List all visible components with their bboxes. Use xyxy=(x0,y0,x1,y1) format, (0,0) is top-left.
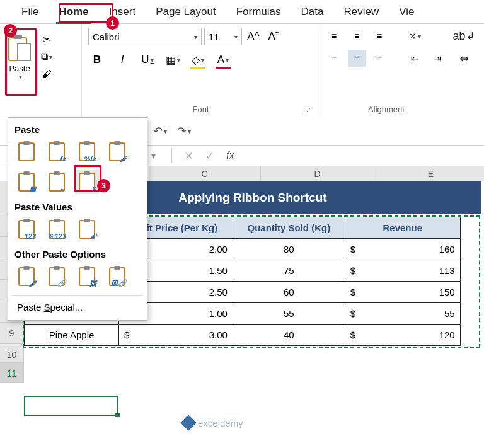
callout-home xyxy=(59,3,113,23)
cell-price[interactable]: 1.00 xyxy=(134,303,233,325)
tab-review[interactable]: Review xyxy=(333,1,389,23)
cell-rev[interactable]: 55 xyxy=(360,303,460,325)
name-box-chevron-icon[interactable]: ▾ xyxy=(151,151,163,161)
badge-1: 1 xyxy=(106,16,119,30)
paste-dropdown: Paste fx %fx 🖌 ▦ ↔ ⤭ Paste Values 123 %1… xyxy=(8,117,147,321)
badge-3: 3 xyxy=(97,179,110,192)
paste-values-numfmt-icon[interactable]: %123 xyxy=(45,217,69,241)
cell-dollar[interactable]: $ xyxy=(119,325,135,346)
paste-values-section-label: Paste Values xyxy=(8,199,147,216)
cell-rev[interactable]: 120 xyxy=(360,325,460,346)
row-header-11[interactable]: 11 xyxy=(0,363,24,383)
font-group: Calibri▾ 11▾ A^ Aˇ B I U▾ ▦▾ ◇▾ A▾ Font◸ xyxy=(82,24,320,117)
other-paste-section-label: Other Paste Options xyxy=(8,246,147,263)
table-row: Pine Apple $3.00 40 $120 xyxy=(25,325,461,346)
increase-indent-icon[interactable]: ⇥ xyxy=(429,50,446,67)
cell-rev[interactable]: 150 xyxy=(360,282,460,303)
cell-dollar[interactable]: $ xyxy=(345,325,360,346)
orientation-icon[interactable]: ⤭▾ xyxy=(406,28,424,44)
col-header-e[interactable]: E xyxy=(374,166,484,181)
paste-link-icon[interactable]: 🔗 xyxy=(45,265,69,289)
merge-center-icon[interactable]: ⇔ xyxy=(455,50,473,67)
paste-formulas-numfmt-icon[interactable]: %fx xyxy=(75,140,99,164)
col-header-c[interactable]: C xyxy=(149,166,261,181)
paste-values-icon[interactable]: 123 xyxy=(14,217,38,241)
underline-button[interactable]: U▾ xyxy=(139,52,156,68)
alignment-group-label: Alignment xyxy=(325,105,447,117)
cancel-icon[interactable]: ✕ xyxy=(181,150,197,162)
font-group-label: Font◸ xyxy=(88,105,313,117)
cell-price[interactable]: 2.00 xyxy=(134,239,233,260)
italic-button[interactable]: I xyxy=(113,52,131,68)
cell-dollar[interactable]: $ xyxy=(345,239,360,260)
tab-file[interactable]: File xyxy=(11,1,49,23)
paste-picture-icon[interactable]: 🖼 xyxy=(75,265,99,289)
paste-formulas-icon[interactable]: fx xyxy=(45,140,69,164)
cell-name[interactable]: Pine Apple xyxy=(25,325,119,346)
cell-price[interactable]: 1.50 xyxy=(134,260,233,282)
format-painter-icon[interactable]: 🖌 xyxy=(40,68,53,81)
cell-qty[interactable]: 60 xyxy=(233,282,345,303)
tab-data[interactable]: Data xyxy=(291,1,334,23)
fx-icon[interactable]: fx xyxy=(222,150,238,161)
cell-price[interactable]: 2.50 xyxy=(134,282,233,303)
active-cell[interactable] xyxy=(24,396,118,416)
copy-icon[interactable]: ⧉▾ xyxy=(40,50,53,63)
paste-keep-source-fmt-icon[interactable]: 🖌 xyxy=(105,140,129,164)
tab-view[interactable]: Vie xyxy=(389,1,424,23)
cell-qty[interactable]: 55 xyxy=(233,303,345,325)
paste-special-item[interactable]: Paste Special... xyxy=(8,297,147,318)
cell-rev[interactable]: 113 xyxy=(360,260,460,282)
cell-dollar[interactable]: $ xyxy=(345,303,360,325)
wrap-text-icon[interactable]: ab↲ xyxy=(455,28,473,44)
paste-keep-col-width-icon[interactable]: ↔ xyxy=(45,170,69,194)
watermark-logo-icon xyxy=(180,415,196,430)
th-revenue[interactable]: Revenue xyxy=(345,217,460,239)
watermark: exceldemy xyxy=(183,417,243,428)
cut-icon[interactable]: ✂ xyxy=(40,33,53,45)
borders-button[interactable]: ▦▾ xyxy=(164,52,182,68)
cell-qty[interactable]: 40 xyxy=(233,325,345,346)
th-qty[interactable]: Quantity Sold (Kg) xyxy=(233,217,345,239)
wrap-merge-group: ab↲ ⇔ xyxy=(452,24,484,117)
font-name-combo[interactable]: Calibri▾ xyxy=(88,28,202,45)
paste-linked-picture-icon[interactable]: 🖼🔗 xyxy=(105,265,129,289)
font-color-button[interactable]: A▾ xyxy=(214,52,232,68)
row-header-10[interactable]: 10 xyxy=(0,344,24,363)
tab-page-layout[interactable]: Page Layout xyxy=(146,1,226,23)
paste-all-icon[interactable] xyxy=(14,140,38,164)
cell-dollar[interactable]: $ xyxy=(345,282,360,303)
paste-values-srcfmt-icon[interactable]: 🖌 xyxy=(75,217,99,241)
bold-button[interactable]: B xyxy=(88,52,106,68)
font-dialog-launcher-icon[interactable]: ◸ xyxy=(306,106,311,114)
cell-rev[interactable]: 160 xyxy=(360,239,460,260)
cell-qty[interactable]: 75 xyxy=(233,260,345,282)
enter-icon[interactable]: ✓ xyxy=(202,150,217,162)
cell-qty[interactable]: 80 xyxy=(233,239,345,260)
align-center-icon[interactable]: ≡ xyxy=(348,50,366,67)
undo-icon[interactable]: ↶▾ xyxy=(151,123,169,139)
col-header-d[interactable]: D xyxy=(261,166,374,181)
grow-font-icon[interactable]: A^ xyxy=(245,28,262,45)
cell-dollar[interactable]: $ xyxy=(345,260,360,282)
ribbon: Paste ▾ ✂ ⧉▾ 🖌 Calibri▾ 11▾ A^ Aˇ B I U▾… xyxy=(0,24,484,117)
align-middle-icon[interactable]: ≡ xyxy=(348,28,366,44)
paste-no-borders-icon[interactable]: ▦ xyxy=(14,170,38,194)
callout-paste xyxy=(5,28,37,96)
align-bottom-icon[interactable]: ≡ xyxy=(371,28,388,44)
tab-formulas[interactable]: Formulas xyxy=(226,1,291,23)
redo-icon[interactable]: ↷▾ xyxy=(175,123,193,139)
row-header-9[interactable]: 9 xyxy=(0,323,24,344)
align-top-icon[interactable]: ≡ xyxy=(325,28,343,44)
decrease-indent-icon[interactable]: ⇤ xyxy=(406,50,424,67)
shrink-font-icon[interactable]: Aˇ xyxy=(265,28,282,45)
align-right-icon[interactable]: ≡ xyxy=(371,50,388,67)
paste-section-label: Paste xyxy=(8,122,147,139)
font-size-combo[interactable]: 11▾ xyxy=(204,28,242,45)
badge-2: 2 xyxy=(4,24,17,37)
alignment-group: ≡ ≡ ≡ ⤭▾ ≡ ≡ ≡ ⇤ ⇥ Alignment xyxy=(320,24,452,117)
cell-price[interactable]: 3.00 xyxy=(134,325,233,346)
align-left-icon[interactable]: ≡ xyxy=(325,50,343,67)
fill-color-button[interactable]: ◇▾ xyxy=(189,52,207,68)
paste-formatting-icon[interactable]: 🖌 xyxy=(14,265,38,289)
